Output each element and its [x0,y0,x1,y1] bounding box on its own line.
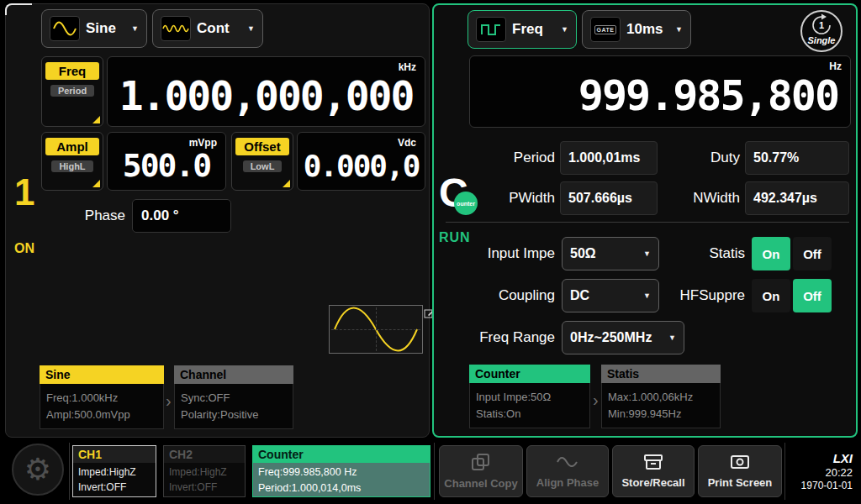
print-screen-label: Print Screen [708,476,773,489]
duty-value: 50.77% [745,141,849,175]
channel-copy-icon [471,453,491,475]
divider [784,443,785,500]
offset-param-button[interactable]: Offset LowL [231,132,293,191]
store-recall-label: Store/Recall [621,476,684,489]
sine-card-line2: Ampl:500.0mVpp [46,408,157,421]
single-count: 1 [819,20,824,30]
statis-on-button[interactable]: On [752,237,790,270]
counter-status-line1: Freq:999.985,800 Hz [258,465,425,480]
pwidth-label: PWidth [462,181,555,215]
gear-logo-icon: ⚙ [24,452,51,487]
freq-range-label: Freq Range [442,321,555,354]
counter-value: 999.985,800 [470,63,850,120]
counter-info-card[interactable]: Counter Input Impe:50Ω Statis:On [469,365,590,428]
counter-mode-value: Freq [512,21,543,38]
divider [446,222,849,223]
mode-dropdown[interactable]: Cont ▼ [152,9,263,48]
offset-display[interactable]: Vdc 0.000,0 [297,132,425,191]
ampl-unit: mVpp [189,137,217,149]
align-phase-icon [556,454,579,474]
channel-info-card[interactable]: Channel Sync:OFF Polarity:Positive [174,365,293,429]
offset-label: Offset [235,138,289,155]
counter-status-title: Counter [253,446,430,463]
statis-label: Statis [669,237,745,270]
single-label: Single [807,35,835,45]
chevron-down-icon: ▼ [561,25,568,34]
ampl-sub-label: HighL [51,160,92,172]
hfsuppre-label: HFSuppre [669,279,745,312]
chevron-down-icon: ▼ [131,24,139,33]
system-status-area[interactable]: LXI 20:22 1970-01-01 [787,444,858,499]
input-impedance-label: Input Impe [451,237,555,270]
clock-time: 20:22 [825,466,853,479]
nwidth-value: 492.347µs [745,181,849,215]
freq-range-value: 0Hz~250MHz [570,330,652,345]
channel-card-title: Channel [174,365,293,384]
counter-main-display[interactable]: Hz 999.985,800 [469,55,851,128]
counter-mode-dropdown[interactable]: Freq ▼ [467,10,577,49]
ch1-status-card[interactable]: CH1 Imped:HighZ Invert:OFF [72,445,156,497]
ch1-card-line1: Imped:HighZ [78,465,151,480]
freq-display[interactable]: kHz 1.000,000,000 [107,56,425,127]
waveform-dropdown-value: Sine [86,20,116,37]
single-icon: 1 Single [802,12,841,50]
ch2-card-title: CH2 [164,446,245,463]
sine-card-title: Sine [40,365,164,384]
gate-time-dropdown[interactable]: GATE 10ms ▼ [582,10,691,49]
coupling-value: DC [570,288,589,303]
screen: 1 ON Sine ▼ Cont ▼ Freq Period kHz 1.000… [0,0,861,504]
print-screen-button[interactable]: Print Screen [698,445,782,497]
coupling-label: Coupling [451,279,555,312]
waveform-dropdown[interactable]: Sine ▼ [41,9,147,48]
sine-info-card[interactable]: Sine Freq:1.000kHz Ampl:500.0mVpp [40,365,164,429]
store-recall-button[interactable]: Store/Recall [612,445,695,497]
ch2-card-line1: Imped:HighZ [169,465,240,480]
ch2-card-line2: Invert:OFF [169,480,240,495]
phase-value: 0.00 ° [141,207,179,224]
hfsuppre-off-button[interactable]: Off [793,279,832,312]
counter-unit: Hz [829,60,842,72]
period-value: 1.000,01ms [560,141,658,175]
freq-param-button[interactable]: Freq Period [41,56,103,127]
counter-status-line2: Period:1.000,014,0ms [258,480,425,496]
grid-line [376,307,377,351]
ch1-card-line2: Invert:OFF [78,480,151,495]
counter-card-line1: Input Impe:50Ω [476,391,584,403]
ch1-number: 1 [14,174,34,211]
print-screen-icon [730,454,750,474]
clock-date: 1970-01-01 [801,480,853,491]
offset-sub-label: LowL [243,160,283,172]
input-impedance-select[interactable]: 50Ω ▼ [562,237,659,270]
sine-card-line1: Freq:1.000kHz [46,391,157,404]
corner-indicator-icon [92,180,100,187]
freq-range-select[interactable]: 0Hz~250MHz ▼ [562,321,684,354]
chevron-down-icon: ▼ [675,25,683,34]
statis-card-line2: Min:999.945Hz [608,407,714,420]
channel-copy-button[interactable]: Channel Copy [439,445,523,497]
mode-dropdown-value: Cont [197,20,230,37]
chevron-down-icon: ▼ [635,291,651,300]
statis-info-card[interactable]: Statis Max:1.000,06kHz Min:999.945Hz [601,365,721,428]
period-label: Period [462,141,555,175]
channel-card-line2: Polarity:Positive [181,408,287,421]
freq-label: Freq [45,62,99,80]
system-menu-button[interactable]: ⚙ [12,444,64,496]
divider [69,443,70,500]
coupling-select[interactable]: DC ▼ [562,279,659,312]
channel-card-line1: Sync:OFF [181,391,287,404]
align-phase-button[interactable]: Align Phase [526,445,609,497]
ampl-display[interactable]: mVpp 500.0 [107,132,226,191]
input-impedance-value: 50Ω [570,246,596,261]
statis-off-button[interactable]: Off [793,237,832,270]
ampl-param-button[interactable]: Ampl HighL [41,132,103,191]
hfsuppre-on-button[interactable]: On [752,279,790,312]
channel-copy-label: Channel Copy [444,477,517,490]
ch2-status-card[interactable]: CH2 Imped:HighZ Invert:OFF [163,445,246,497]
counter-card-title: Counter [469,365,590,383]
counter-card-line2: Statis:On [476,407,584,420]
waveform-preview[interactable] [329,305,423,354]
single-button[interactable]: 1 Single [800,10,843,52]
phase-value-box[interactable]: 0.00 ° [132,199,231,233]
counter-status-card[interactable]: Counter Freq:999.985,800 Hz Period:1.000… [252,445,430,497]
statis-card-title: Statis [601,365,721,383]
